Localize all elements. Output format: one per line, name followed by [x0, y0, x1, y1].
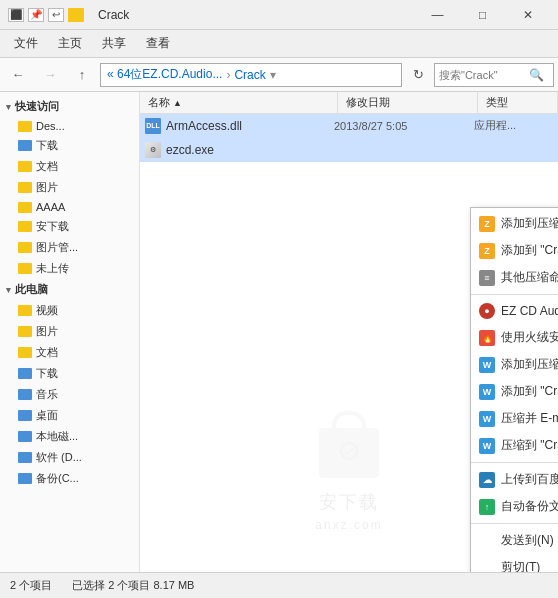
menu-share[interactable]: 共享 — [92, 31, 136, 56]
sidebar-item-pics2[interactable]: 图片 — [0, 321, 139, 342]
ctx-item-zip-email[interactable]: W 压缩并 E-mail... — [471, 405, 558, 432]
search-box[interactable]: 🔍 — [434, 63, 554, 87]
ctx-item-add-to-zip-a[interactable]: Z 添加到压缩文件(A)... — [471, 210, 558, 237]
ctx-item-crackrar[interactable]: W 添加到 "Crack.rar"(T) — [471, 378, 558, 405]
sidebar-item-download2[interactable]: 下载 — [0, 363, 139, 384]
window-title: Crack — [98, 8, 415, 22]
folder-icon-docs1 — [18, 161, 32, 172]
ctx-item-baidu[interactable]: ☁ 上传到百度网盘 — [471, 466, 558, 493]
refresh-button[interactable]: ↻ — [406, 63, 430, 87]
system-menu-icon[interactable]: ⬛ — [8, 8, 24, 22]
menu-file[interactable]: 文件 — [4, 31, 48, 56]
file-row-ezcdexe[interactable]: ⚙ ezcd.exe — [140, 138, 558, 162]
file-icon-dll: DLL — [144, 118, 162, 134]
ctx-icon-cut — [479, 560, 495, 573]
main-area: ▾ 快速访问 Des... 下载 文档 图片 AAAA 安下载 图 — [0, 92, 558, 572]
ctx-icon-rar-a: W — [479, 357, 495, 373]
ctx-item-crackrar-email[interactable]: W 压缩到 "Crack.rar" 并 E-mail — [471, 432, 558, 459]
ctx-item-huorong[interactable]: 🔥 使用火绒安全进行杀毒 — [471, 324, 558, 351]
file-row-armaccessdll[interactable]: DLL ArmAccess.dll 2013/8/27 5:05 应用程... — [140, 114, 558, 138]
sidebar-label-noupload: 未上传 — [36, 261, 69, 276]
path-part-2[interactable]: Crack — [234, 68, 265, 82]
sidebar-item-download1[interactable]: 下载 — [0, 135, 139, 156]
sidebar-item-des[interactable]: Des... — [0, 117, 139, 135]
quick-access-header[interactable]: ▾ 快速访问 — [0, 96, 139, 117]
file-icon-exe: ⚙ — [144, 142, 162, 158]
ctx-label-zip-email: 压缩并 E-mail... — [501, 410, 558, 427]
maximize-button[interactable]: □ — [460, 0, 505, 30]
quick-access-icon[interactable]: 📌 — [28, 8, 44, 22]
search-input[interactable] — [439, 69, 529, 81]
col-date[interactable]: 修改日期 — [338, 92, 478, 113]
sidebar-label-download1: 下载 — [36, 138, 58, 153]
sidebar-item-desktop[interactable]: 桌面 — [0, 405, 139, 426]
sidebar-item-aaaa[interactable]: AAAA — [0, 198, 139, 216]
ctx-item-other-compress[interactable]: ≡ 其他压缩命令 — [471, 264, 558, 291]
ctx-icon-zip-email: W — [479, 411, 495, 427]
folder-icon-backup — [18, 473, 32, 484]
ctx-label-ezcd: EZ CD Audio Converter — [501, 304, 558, 318]
sidebar-item-anxiazai[interactable]: 安下载 — [0, 216, 139, 237]
sidebar-label-desktop: 桌面 — [36, 408, 58, 423]
undo-icon[interactable]: ↩ — [48, 8, 64, 22]
ctx-icon-crackrar: W — [479, 384, 495, 400]
col-name[interactable]: 名称 ▲ — [140, 92, 338, 113]
minimize-button[interactable]: — — [415, 0, 460, 30]
path-dropdown-arrow: ▾ — [270, 68, 276, 82]
back-button[interactable]: ← — [4, 62, 32, 88]
quick-access-label: 快速访问 — [15, 99, 59, 114]
folder-icon-localdisk — [18, 431, 32, 442]
menu-view[interactable]: 查看 — [136, 31, 180, 56]
ctx-label-crackrar-email: 压缩到 "Crack.rar" 并 E-mail — [501, 437, 558, 454]
sidebar-item-software[interactable]: 软件 (D... — [0, 447, 139, 468]
folder-icon-download2 — [18, 368, 32, 379]
ctx-icon-zip-t: Z — [479, 243, 495, 259]
forward-button[interactable]: → — [36, 62, 64, 88]
sidebar-label-aaaa: AAAA — [36, 201, 65, 213]
folder-icon-anxiazai — [18, 221, 32, 232]
col-type[interactable]: 类型 — [478, 92, 558, 113]
file-name-dll: ArmAccess.dll — [166, 119, 334, 133]
sidebar-item-docs2[interactable]: 文档 — [0, 342, 139, 363]
ctx-item-add-to-crackzip[interactable]: Z 添加到 "Crack.zip" (T) — [471, 237, 558, 264]
status-item-count: 2 个项目 — [10, 578, 52, 593]
folder-icon-music — [18, 389, 32, 400]
sidebar-item-localdisk[interactable]: 本地磁... — [0, 426, 139, 447]
sidebar-item-backup[interactable]: 备份(C... — [0, 468, 139, 489]
folder-icon-pics2 — [18, 326, 32, 337]
sidebar-item-pics1[interactable]: 图片 — [0, 177, 139, 198]
thispc-label: 此电脑 — [15, 282, 48, 297]
sidebar-item-noupload[interactable]: 未上传 — [0, 258, 139, 279]
col-type-label: 类型 — [486, 95, 508, 110]
ctx-icon-ezcd: ● — [479, 303, 495, 319]
file-date-dll: 2013/8/27 5:05 — [334, 120, 474, 132]
up-button[interactable]: ↑ — [68, 62, 96, 88]
folder-title-icon — [68, 8, 84, 22]
ctx-item-autobackup[interactable]: ↑ 自动备份文件夹 — [471, 493, 558, 520]
context-menu: Z 添加到压缩文件(A)... Z 添加到 "Crack.zip" (T) ≡ … — [470, 207, 558, 572]
ctx-item-sendto[interactable]: 发送到(N) — [471, 527, 558, 554]
sidebar-label-backup: 备份(C... — [36, 471, 79, 486]
path-part-1[interactable]: « 64位EZ.CD.Audio... — [107, 66, 222, 83]
ctx-item-cut[interactable]: 剪切(T) — [471, 554, 558, 572]
path-separator-1: › — [226, 68, 230, 82]
ctx-item-rar-add-a[interactable]: W 添加到压缩文件(A)... — [471, 351, 558, 378]
search-icon[interactable]: 🔍 — [529, 68, 544, 82]
sidebar-item-picmgr[interactable]: 图片管... — [0, 237, 139, 258]
close-button[interactable]: ✕ — [505, 0, 550, 30]
folder-icon-des — [18, 121, 32, 132]
status-bar: 2 个项目 已选择 2 个项目 8.17 MB — [0, 572, 558, 598]
sidebar-item-video[interactable]: 视频 — [0, 300, 139, 321]
folder-icon-software — [18, 452, 32, 463]
address-path[interactable]: « 64位EZ.CD.Audio... › Crack ▾ — [100, 63, 402, 87]
sidebar-item-music[interactable]: 音乐 — [0, 384, 139, 405]
ctx-label-crackrar: 添加到 "Crack.rar"(T) — [501, 383, 558, 400]
sidebar-item-docs1[interactable]: 文档 — [0, 156, 139, 177]
menu-home[interactable]: 主页 — [48, 31, 92, 56]
sidebar-label-des: Des... — [36, 120, 65, 132]
ctx-label-cut: 剪切(T) — [501, 559, 558, 572]
thispc-header[interactable]: ▾ 此电脑 — [0, 279, 139, 300]
ctx-item-ezcd[interactable]: ● EZ CD Audio Converter — [471, 298, 558, 324]
ctx-label-rar-add-a: 添加到压缩文件(A)... — [501, 356, 558, 373]
title-bar: ⬛ 📌 ↩ Crack — □ ✕ — [0, 0, 558, 30]
